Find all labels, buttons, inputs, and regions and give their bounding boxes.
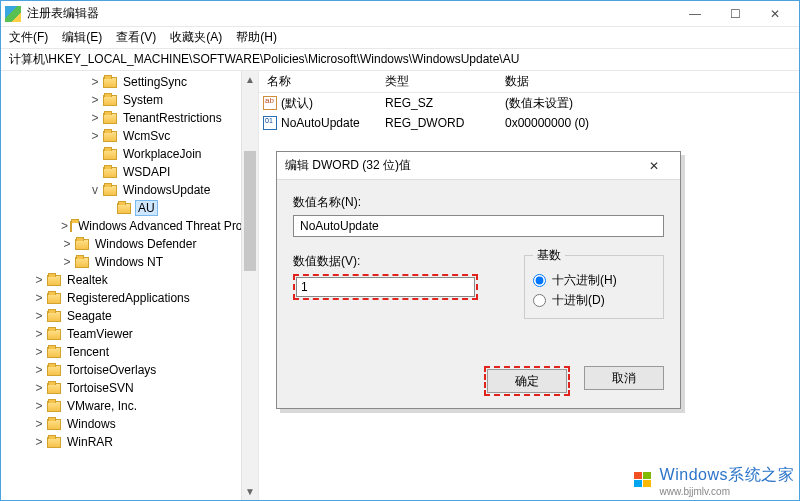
twisty-closed-icon[interactable]: > — [61, 219, 68, 233]
list-row[interactable]: (默认)REG_SZ(数值未设置) — [259, 93, 799, 113]
tree-item-registeredapplications[interactable]: >RegisteredApplications — [5, 289, 258, 307]
menu-file[interactable]: 文件(F) — [9, 29, 48, 46]
twisty-closed-icon[interactable]: > — [33, 327, 45, 341]
twisty-closed-icon[interactable]: > — [33, 363, 45, 377]
tree-item-vmware-inc-[interactable]: >VMware, Inc. — [5, 397, 258, 415]
radix-dec-option[interactable]: 十进制(D) — [533, 290, 655, 310]
minimize-button[interactable]: — — [675, 2, 715, 26]
windows-logo-icon — [634, 472, 654, 490]
radix-hex-option[interactable]: 十六进制(H) — [533, 270, 655, 290]
twisty-closed-icon[interactable]: > — [33, 381, 45, 395]
folder-icon — [103, 149, 117, 160]
tree-item-tencent[interactable]: >Tencent — [5, 343, 258, 361]
dialog-titlebar: 编辑 DWORD (32 位)值 ✕ — [277, 152, 680, 180]
tree-item-label: AU — [135, 200, 158, 216]
titlebar: 注册表编辑器 — ☐ ✕ — [1, 1, 799, 27]
twisty-closed-icon[interactable]: > — [89, 129, 101, 143]
tree-item-workplacejoin[interactable]: WorkplaceJoin — [5, 145, 258, 163]
folder-icon — [47, 293, 61, 304]
tree-item-windowsupdate[interactable]: vWindowsUpdate — [5, 181, 258, 199]
tree-item-label: WindowsUpdate — [121, 183, 212, 197]
tree-pane[interactable]: >SettingSync>System>TenantRestrictions>W… — [1, 71, 259, 500]
maximize-button[interactable]: ☐ — [715, 2, 755, 26]
tree-item-windows-nt[interactable]: >Windows NT — [5, 253, 258, 271]
col-header-data[interactable]: 数据 — [497, 73, 799, 90]
twisty-closed-icon[interactable]: > — [89, 93, 101, 107]
watermark-url: www.bjjmlv.com — [660, 486, 794, 497]
folder-icon — [103, 185, 117, 196]
tree-item-winrar[interactable]: >WinRAR — [5, 433, 258, 451]
tree-item-windows[interactable]: >Windows — [5, 415, 258, 433]
scroll-up-icon[interactable]: ▲ — [242, 71, 258, 88]
tree-item-system[interactable]: >System — [5, 91, 258, 109]
folder-icon — [47, 347, 61, 358]
twisty-closed-icon[interactable]: > — [33, 435, 45, 449]
address-text: 计算机\HKEY_LOCAL_MACHINE\SOFTWARE\Policies… — [9, 51, 519, 68]
tree-item-realtek[interactable]: >Realtek — [5, 271, 258, 289]
menu-favorites[interactable]: 收藏夹(A) — [170, 29, 222, 46]
tree-item-label: Windows — [65, 417, 118, 431]
tree-item-label: TortoiseOverlays — [65, 363, 158, 377]
twisty-closed-icon[interactable]: > — [33, 417, 45, 431]
col-header-name[interactable]: 名称 — [259, 73, 377, 90]
tree-item-label: RegisteredApplications — [65, 291, 192, 305]
twisty-closed-icon[interactable]: > — [33, 345, 45, 359]
twisty-closed-icon[interactable]: > — [61, 237, 73, 251]
dialog-close-button[interactable]: ✕ — [636, 155, 672, 177]
folder-icon — [103, 113, 117, 124]
twisty-closed-icon[interactable]: > — [33, 399, 45, 413]
tree-item-windows-advanced-threat-protection[interactable]: >Windows Advanced Threat Protection — [5, 217, 258, 235]
value-name-field[interactable] — [293, 215, 664, 237]
twisty-open-icon[interactable]: v — [89, 183, 101, 197]
tree-item-tortoisesvn[interactable]: >TortoiseSVN — [5, 379, 258, 397]
twisty-closed-icon[interactable]: > — [89, 111, 101, 125]
tree-item-tortoiseoverlays[interactable]: >TortoiseOverlays — [5, 361, 258, 379]
menu-view[interactable]: 查看(V) — [116, 29, 156, 46]
scroll-down-icon[interactable]: ▼ — [242, 483, 258, 500]
tree-item-windows-defender[interactable]: >Windows Defender — [5, 235, 258, 253]
tree-scrollbar[interactable]: ▲ ▼ — [241, 71, 258, 500]
edit-dword-dialog: 编辑 DWORD (32 位)值 ✕ 数值名称(N): 数值数据(V): 基数 … — [276, 151, 681, 409]
tree-item-tenantrestrictions[interactable]: >TenantRestrictions — [5, 109, 258, 127]
twisty-closed-icon[interactable]: > — [89, 75, 101, 89]
menu-help[interactable]: 帮助(H) — [236, 29, 277, 46]
ok-button[interactable]: 确定 — [487, 369, 567, 393]
twisty-closed-icon[interactable]: > — [33, 273, 45, 287]
dialog-title-text: 编辑 DWORD (32 位)值 — [285, 157, 636, 174]
folder-icon — [75, 257, 89, 268]
radix-hex-radio[interactable] — [533, 274, 546, 287]
folder-icon — [75, 239, 89, 250]
value-data: 0x00000000 (0) — [497, 116, 799, 130]
list-row[interactable]: NoAutoUpdateREG_DWORD0x00000000 (0) — [259, 113, 799, 133]
scroll-thumb[interactable] — [244, 151, 256, 271]
tree-item-label: TenantRestrictions — [121, 111, 224, 125]
value-data-field[interactable] — [296, 277, 475, 297]
address-bar[interactable]: 计算机\HKEY_LOCAL_MACHINE\SOFTWARE\Policies… — [1, 49, 799, 71]
tree-item-wcmsvc[interactable]: >WcmSvc — [5, 127, 258, 145]
tree-item-teamviewer[interactable]: >TeamViewer — [5, 325, 258, 343]
folder-icon — [47, 365, 61, 376]
folder-icon — [47, 311, 61, 322]
value-name: NoAutoUpdate — [281, 116, 360, 130]
twisty-closed-icon[interactable]: > — [33, 291, 45, 305]
tree-item-au[interactable]: AU — [5, 199, 258, 217]
col-header-type[interactable]: 类型 — [377, 73, 497, 90]
tree-item-label: Windows Defender — [93, 237, 198, 251]
watermark-text: 系统之家 — [728, 466, 794, 483]
tree-item-wsdapi[interactable]: WSDAPI — [5, 163, 258, 181]
folder-icon — [117, 203, 131, 214]
cancel-button[interactable]: 取消 — [584, 366, 664, 390]
tree-item-label: WcmSvc — [121, 129, 172, 143]
tree-item-label: Windows Advanced Threat Protection — [76, 219, 259, 233]
folder-icon — [103, 77, 117, 88]
menu-edit[interactable]: 编辑(E) — [62, 29, 102, 46]
menubar: 文件(F) 编辑(E) 查看(V) 收藏夹(A) 帮助(H) — [1, 27, 799, 49]
twisty-closed-icon[interactable]: > — [33, 309, 45, 323]
folder-icon — [47, 275, 61, 286]
radix-dec-radio[interactable] — [533, 294, 546, 307]
tree-item-settingsync[interactable]: >SettingSync — [5, 73, 258, 91]
twisty-closed-icon[interactable]: > — [61, 255, 73, 269]
string-value-icon — [263, 96, 277, 110]
close-button[interactable]: ✕ — [755, 2, 795, 26]
tree-item-seagate[interactable]: >Seagate — [5, 307, 258, 325]
